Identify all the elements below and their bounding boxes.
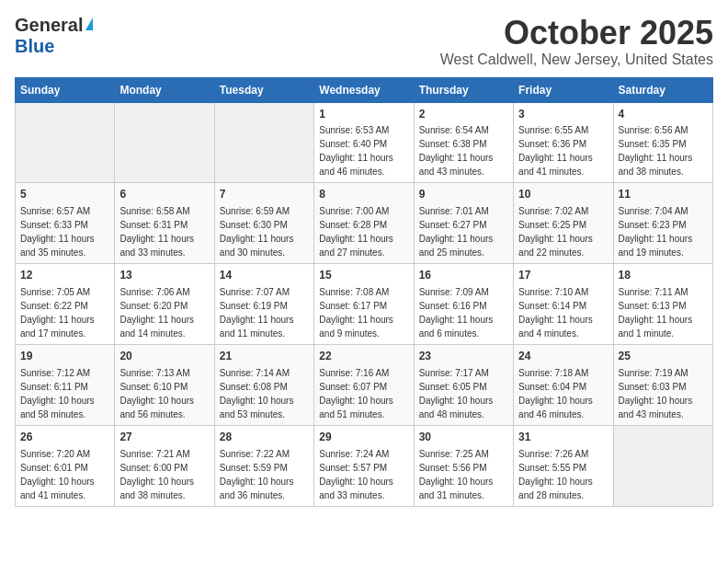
calendar-cell [613,425,712,506]
day-number: 8 [319,187,408,202]
calendar-cell: 26Sunrise: 7:20 AM Sunset: 6:01 PM Dayli… [16,425,115,506]
calendar-cell: 30Sunrise: 7:25 AM Sunset: 5:56 PM Dayli… [414,425,513,506]
calendar-cell: 31Sunrise: 7:26 AM Sunset: 5:55 PM Dayli… [514,425,613,506]
day-info: Sunrise: 7:17 AM Sunset: 6:05 PM Dayligh… [419,368,494,419]
calendar-cell: 15Sunrise: 7:08 AM Sunset: 6:17 PM Dayli… [314,264,414,345]
calendar-cell: 18Sunrise: 7:11 AM Sunset: 6:13 PM Dayli… [613,264,712,345]
day-number: 2 [419,107,508,122]
day-number: 16 [419,268,508,283]
day-info: Sunrise: 6:59 AM Sunset: 6:30 PM Dayligh… [220,206,294,258]
weekday-header-saturday: Saturday [613,77,712,102]
title-area: October 2025 West Caldwell, New Jersey, … [440,15,713,68]
day-info: Sunrise: 7:16 AM Sunset: 6:07 PM Dayligh… [319,368,393,419]
day-info: Sunrise: 7:20 AM Sunset: 6:01 PM Dayligh… [20,449,95,500]
calendar-cell: 4Sunrise: 6:56 AM Sunset: 6:35 PM Daylig… [613,102,712,183]
calendar-cell: 20Sunrise: 7:13 AM Sunset: 6:10 PM Dayli… [115,344,214,425]
day-info: Sunrise: 7:09 AM Sunset: 6:16 PM Dayligh… [419,287,494,339]
calendar-cell: 25Sunrise: 7:19 AM Sunset: 6:03 PM Dayli… [613,344,712,425]
day-number: 19 [20,349,109,364]
day-info: Sunrise: 7:18 AM Sunset: 6:04 PM Dayligh… [518,368,593,419]
weekday-header-sunday: Sunday [16,77,115,102]
day-number: 29 [319,430,408,445]
calendar-cell: 28Sunrise: 7:22 AM Sunset: 5:59 PM Dayli… [214,425,313,506]
day-number: 26 [20,430,109,445]
day-info: Sunrise: 7:12 AM Sunset: 6:11 PM Dayligh… [20,368,95,419]
calendar-week-1: 1Sunrise: 6:53 AM Sunset: 6:40 PM Daylig… [16,102,713,183]
calendar-cell: 22Sunrise: 7:16 AM Sunset: 6:07 PM Dayli… [314,344,414,425]
calendar-cell: 5Sunrise: 6:57 AM Sunset: 6:33 PM Daylig… [16,183,115,264]
logo-triangle [85,17,93,30]
calendar-week-3: 12Sunrise: 7:05 AM Sunset: 6:22 PM Dayli… [16,264,713,345]
calendar-cell: 8Sunrise: 7:00 AM Sunset: 6:28 PM Daylig… [314,183,414,264]
calendar-cell: 27Sunrise: 7:21 AM Sunset: 6:00 PM Dayli… [115,425,214,506]
weekday-header-row: SundayMondayTuesdayWednesdayThursdayFrid… [16,77,713,102]
day-number: 22 [319,349,408,364]
calendar-cell: 11Sunrise: 7:04 AM Sunset: 6:23 PM Dayli… [613,183,712,264]
day-number: 7 [220,187,309,202]
day-info: Sunrise: 7:14 AM Sunset: 6:08 PM Dayligh… [220,368,294,419]
day-info: Sunrise: 7:19 AM Sunset: 6:03 PM Dayligh… [619,368,693,419]
day-number: 31 [518,430,608,445]
calendar-cell: 24Sunrise: 7:18 AM Sunset: 6:04 PM Dayli… [514,344,613,425]
calendar-week-5: 26Sunrise: 7:20 AM Sunset: 6:01 PM Dayli… [16,425,713,506]
day-info: Sunrise: 7:11 AM Sunset: 6:13 PM Dayligh… [619,287,693,339]
day-info: Sunrise: 7:02 AM Sunset: 6:25 PM Dayligh… [518,206,593,258]
day-info: Sunrise: 6:57 AM Sunset: 6:33 PM Dayligh… [20,206,95,258]
day-info: Sunrise: 7:04 AM Sunset: 6:23 PM Dayligh… [619,206,693,258]
calendar-cell: 19Sunrise: 7:12 AM Sunset: 6:11 PM Dayli… [16,344,115,425]
day-info: Sunrise: 7:13 AM Sunset: 6:10 PM Dayligh… [119,368,194,419]
weekday-header-tuesday: Tuesday [214,77,313,102]
weekday-header-wednesday: Wednesday [314,77,414,102]
day-info: Sunrise: 7:26 AM Sunset: 5:55 PM Dayligh… [518,449,593,500]
calendar-cell: 23Sunrise: 7:17 AM Sunset: 6:05 PM Dayli… [414,344,513,425]
calendar-cell [115,102,214,183]
day-info: Sunrise: 7:05 AM Sunset: 6:22 PM Dayligh… [20,287,95,339]
day-info: Sunrise: 7:24 AM Sunset: 5:57 PM Dayligh… [319,449,393,500]
logo: General Blue [15,15,93,57]
day-info: Sunrise: 7:07 AM Sunset: 6:19 PM Dayligh… [220,287,294,339]
day-number: 20 [119,349,209,364]
calendar-cell: 1Sunrise: 6:53 AM Sunset: 6:40 PM Daylig… [314,102,414,183]
day-info: Sunrise: 7:06 AM Sunset: 6:20 PM Dayligh… [119,287,194,339]
calendar-cell: 7Sunrise: 6:59 AM Sunset: 6:30 PM Daylig… [214,183,313,264]
month-title: October 2025 [440,15,713,52]
day-number: 30 [419,430,508,445]
day-number: 4 [619,107,708,122]
weekday-header-monday: Monday [115,77,214,102]
day-number: 12 [20,268,109,283]
calendar-cell [16,102,115,183]
day-number: 17 [518,268,608,283]
location-title: West Caldwell, New Jersey, United States [440,52,713,68]
day-number: 5 [20,187,109,202]
calendar-cell [214,102,313,183]
calendar-cell: 12Sunrise: 7:05 AM Sunset: 6:22 PM Dayli… [16,264,115,345]
calendar-table: SundayMondayTuesdayWednesdayThursdayFrid… [15,77,713,507]
page-header: General Blue October 2025 West Caldwell,… [15,15,713,68]
day-number: 11 [619,187,708,202]
calendar-cell: 21Sunrise: 7:14 AM Sunset: 6:08 PM Dayli… [214,344,313,425]
calendar-cell: 6Sunrise: 6:58 AM Sunset: 6:31 PM Daylig… [115,183,214,264]
day-info: Sunrise: 6:54 AM Sunset: 6:38 PM Dayligh… [419,125,494,177]
day-info: Sunrise: 7:01 AM Sunset: 6:27 PM Dayligh… [419,206,494,258]
day-number: 10 [518,187,608,202]
logo-blue: Blue [15,36,54,57]
day-number: 1 [319,107,408,122]
weekday-header-thursday: Thursday [414,77,513,102]
calendar-cell: 14Sunrise: 7:07 AM Sunset: 6:19 PM Dayli… [214,264,313,345]
day-info: Sunrise: 7:10 AM Sunset: 6:14 PM Dayligh… [518,287,593,339]
calendar-cell: 16Sunrise: 7:09 AM Sunset: 6:16 PM Dayli… [414,264,513,345]
logo-general: General [15,15,83,36]
weekday-header-friday: Friday [514,77,613,102]
day-info: Sunrise: 7:25 AM Sunset: 5:56 PM Dayligh… [419,449,494,500]
day-number: 15 [319,268,408,283]
day-number: 14 [220,268,309,283]
calendar-cell: 13Sunrise: 7:06 AM Sunset: 6:20 PM Dayli… [115,264,214,345]
day-number: 25 [619,349,708,364]
day-number: 9 [419,187,508,202]
day-info: Sunrise: 6:58 AM Sunset: 6:31 PM Dayligh… [119,206,194,258]
day-number: 28 [220,430,309,445]
day-number: 21 [220,349,309,364]
calendar-week-2: 5Sunrise: 6:57 AM Sunset: 6:33 PM Daylig… [16,183,713,264]
day-number: 23 [419,349,508,364]
calendar-cell: 17Sunrise: 7:10 AM Sunset: 6:14 PM Dayli… [514,264,613,345]
